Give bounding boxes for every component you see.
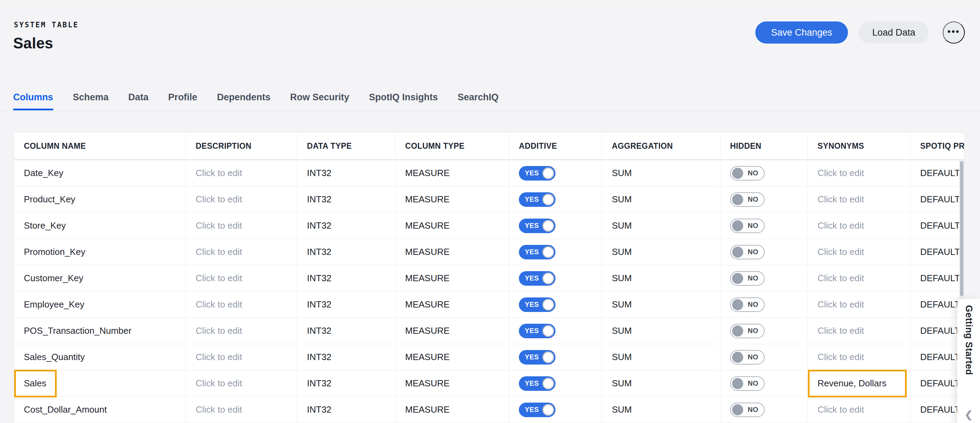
column-type-cell[interactable]: MEASURE: [395, 239, 509, 265]
additive-toggle[interactable]: YES: [519, 350, 555, 364]
synonyms-placeholder: Click to edit: [818, 220, 864, 231]
description-cell[interactable]: Click to edit: [186, 292, 297, 318]
synonyms-placeholder: Click to edit: [818, 404, 864, 415]
spotiq-preference-cell[interactable]: DEFAULT: [910, 187, 959, 212]
column-type-cell[interactable]: MEASURE: [395, 187, 509, 212]
tab-dependents[interactable]: Dependents: [217, 92, 270, 110]
column-type-cell[interactable]: MEASURE: [395, 160, 509, 186]
column-name-cell[interactable]: POS_Transaction_Number: [14, 318, 186, 344]
synonyms-cell[interactable]: Click to edit: [808, 344, 910, 370]
aggregation-cell[interactable]: SUM: [602, 187, 721, 212]
hidden-toggle[interactable]: NO: [730, 245, 765, 259]
spotiq-preference-cell[interactable]: DEFAULT: [910, 239, 959, 265]
hidden-toggle[interactable]: NO: [730, 402, 765, 417]
column-name-cell[interactable]: Promotion_Key: [14, 239, 186, 265]
spotiq-preference-cell[interactable]: DEFAULT: [910, 292, 959, 318]
column-name-cell[interactable]: Date_Key: [14, 160, 186, 186]
synonyms-cell[interactable]: Click to edit: [808, 187, 910, 212]
description-cell[interactable]: Click to edit: [186, 318, 297, 344]
spotiq-preference-cell[interactable]: DEFAULT: [910, 370, 959, 396]
column-type-cell[interactable]: MEASURE: [395, 265, 509, 291]
additive-toggle[interactable]: YES: [519, 376, 555, 391]
hidden-toggle[interactable]: NO: [730, 350, 765, 364]
synonyms-cell[interactable]: Click to edit: [808, 292, 910, 318]
column-type-cell[interactable]: MEASURE: [395, 213, 509, 239]
tab-searchiq[interactable]: SearchIQ: [458, 92, 499, 110]
tab-profile[interactable]: Profile: [169, 92, 197, 110]
aggregation-cell[interactable]: SUM: [602, 292, 721, 318]
tab-schema[interactable]: Schema: [73, 92, 109, 110]
tab-row-security[interactable]: Row Security: [290, 92, 349, 110]
spotiq-preference-cell[interactable]: DEFAULT: [910, 397, 959, 423]
hidden-toggle[interactable]: NO: [730, 376, 765, 391]
aggregation-cell[interactable]: SUM: [602, 160, 721, 186]
synonyms-cell[interactable]: Click to edit: [808, 265, 910, 291]
tab-data[interactable]: Data: [128, 92, 149, 110]
additive-toggle[interactable]: YES: [519, 192, 555, 207]
column-name-cell[interactable]: Employee_Key: [14, 292, 186, 318]
aggregation-cell[interactable]: SUM: [602, 370, 721, 396]
additive-toggle[interactable]: YES: [519, 166, 555, 180]
getting-started-panel[interactable]: Getting Started ❮: [957, 299, 980, 423]
additive-toggle[interactable]: YES: [519, 245, 555, 259]
column-name-cell[interactable]: Sales_Quantity: [14, 344, 186, 370]
column-type-cell[interactable]: MEASURE: [395, 344, 509, 370]
description-cell[interactable]: Click to edit: [186, 160, 297, 186]
hidden-toggle[interactable]: NO: [730, 297, 765, 312]
column-type-cell[interactable]: MEASURE: [395, 318, 509, 344]
column-header-column-type: COLUMN TYPE: [395, 132, 509, 160]
spotiq-preference-cell[interactable]: DEFAULT: [910, 160, 959, 186]
toggle-label: YES: [525, 406, 539, 413]
hidden-toggle[interactable]: NO: [730, 271, 765, 286]
synonyms-cell[interactable]: Click to edit: [808, 318, 910, 344]
description-cell[interactable]: Click to edit: [186, 370, 297, 396]
hidden-toggle[interactable]: NO: [730, 324, 765, 338]
additive-toggle[interactable]: YES: [519, 297, 555, 312]
column-name-cell[interactable]: Store_Key: [14, 213, 186, 239]
spotiq-preference-cell[interactable]: DEFAULT: [910, 344, 959, 370]
column-name-cell[interactable]: Product_Key: [14, 187, 186, 212]
synonyms-cell[interactable]: Click to edit: [808, 160, 910, 186]
aggregation-cell[interactable]: SUM: [602, 239, 721, 265]
aggregation-cell[interactable]: SUM: [602, 344, 721, 370]
column-name-text: Sales_Quantity: [24, 352, 85, 362]
toggle-label: NO: [748, 353, 759, 361]
description-cell[interactable]: Click to edit: [186, 397, 297, 423]
description-cell[interactable]: Click to edit: [186, 239, 297, 265]
column-name-cell[interactable]: Cost_Dollar_Amount: [14, 397, 186, 423]
synonyms-cell[interactable]: Click to edit: [808, 213, 910, 239]
hidden-toggle[interactable]: NO: [730, 166, 765, 180]
aggregation-cell[interactable]: SUM: [602, 213, 721, 239]
column-type-cell[interactable]: MEASURE: [395, 397, 509, 423]
tab-spotiq-insights[interactable]: SpotIQ Insights: [369, 92, 438, 110]
load-data-button[interactable]: Load Data: [859, 21, 929, 43]
description-cell[interactable]: Click to edit: [186, 265, 297, 291]
vertical-scrollbar-thumb[interactable]: [960, 161, 963, 296]
synonyms-cell[interactable]: Revenue, Dollars: [808, 370, 910, 396]
description-cell[interactable]: Click to edit: [186, 344, 297, 370]
tab-columns[interactable]: Columns: [13, 92, 53, 110]
hidden-toggle[interactable]: NO: [730, 192, 765, 207]
spotiq-preference-cell[interactable]: DEFAULT: [910, 265, 959, 291]
column-name-cell[interactable]: Sales: [14, 370, 186, 396]
additive-cell: YES: [509, 397, 602, 423]
column-type-cell[interactable]: MEASURE: [395, 370, 509, 396]
additive-toggle[interactable]: YES: [519, 324, 555, 338]
aggregation-cell[interactable]: SUM: [602, 397, 721, 423]
column-name-cell[interactable]: Customer_Key: [14, 265, 186, 291]
synonyms-cell[interactable]: Click to edit: [808, 239, 910, 265]
aggregation-cell[interactable]: SUM: [602, 318, 721, 344]
hidden-toggle[interactable]: NO: [730, 219, 765, 233]
spotiq-preference-cell[interactable]: DEFAULT: [910, 213, 959, 239]
more-options-button[interactable]: •••: [943, 21, 965, 43]
column-type-cell[interactable]: MEASURE: [395, 292, 509, 318]
additive-toggle[interactable]: YES: [519, 271, 555, 286]
aggregation-cell[interactable]: SUM: [602, 265, 721, 291]
synonyms-cell[interactable]: Click to edit: [808, 397, 910, 423]
spotiq-preference-cell[interactable]: DEFAULT: [910, 318, 959, 344]
description-cell[interactable]: Click to edit: [186, 213, 297, 239]
save-changes-button[interactable]: Save Changes: [755, 21, 848, 43]
description-cell[interactable]: Click to edit: [186, 187, 297, 212]
additive-toggle[interactable]: YES: [519, 219, 555, 233]
additive-toggle[interactable]: YES: [519, 402, 555, 417]
